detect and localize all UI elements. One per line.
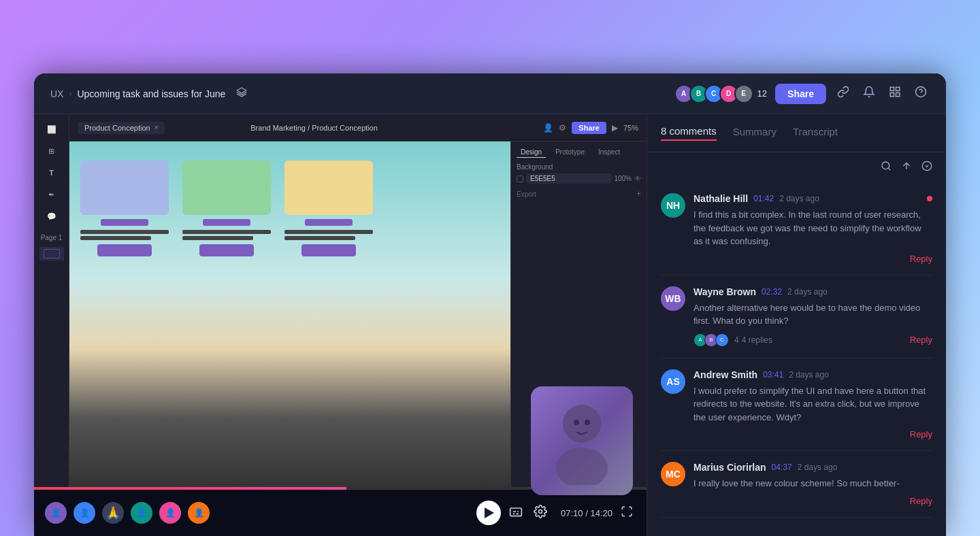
avatar-andrew: AS [661, 369, 685, 394]
card-line [182, 236, 253, 240]
svg-line-13 [888, 168, 890, 170]
comment-item-3: AS Andrew Smith 03:41 2 days ago I would… [661, 358, 932, 452]
card-line [284, 236, 355, 240]
figma-play-icon[interactable]: ▶ [612, 123, 618, 133]
card-line [284, 230, 373, 234]
participant-2: 👤 [74, 502, 95, 524]
participant-6: 👤 [188, 502, 210, 524]
link-icon[interactable] [834, 83, 852, 104]
avatar-5: E [734, 84, 753, 103]
figma-page-thumb [44, 249, 60, 258]
design-tab-prototype[interactable]: Prototype [551, 147, 589, 158]
breadcrumb-separator: › [69, 89, 71, 99]
canvas-card-1 [80, 161, 169, 256]
canvas-cards [80, 161, 500, 256]
card-btn-1 [97, 244, 152, 256]
design-section-background: Background [517, 163, 641, 171]
bell-icon[interactable] [860, 83, 878, 104]
reply-avatars-2: A B C [693, 333, 729, 347]
fullscreen-button[interactable] [618, 503, 636, 524]
comments-toolbar [647, 152, 946, 182]
captions-button[interactable] [506, 502, 525, 524]
reply-button-2[interactable]: Reply [910, 335, 932, 345]
comment-timestamp-4: 04:37 [772, 463, 792, 472]
svg-point-11 [539, 509, 542, 513]
reply-button-3[interactable]: Reply [910, 429, 932, 439]
figma-tool-comment[interactable]: 💬 [41, 207, 63, 226]
comment-timestamp-2: 02:32 [762, 287, 782, 297]
design-export-add[interactable]: + [636, 189, 641, 199]
comment-item-2: WB Wayne Brown 02:32 2 days ago Another … [661, 275, 932, 358]
figma-page-item[interactable] [39, 247, 64, 261]
search-icon[interactable] [881, 161, 892, 174]
figma-share-button[interactable]: Share [572, 122, 606, 134]
design-tab-design[interactable]: Design [517, 147, 546, 158]
design-bg-eye[interactable]: 👁 [634, 175, 641, 182]
avatar-nathalie: NH [661, 193, 685, 218]
participants-avatars: A B C D E 12 [674, 84, 767, 103]
settings-button[interactable] [531, 502, 550, 524]
tab-summary[interactable]: Summary [733, 126, 777, 140]
filter-icon[interactable] [921, 161, 932, 174]
help-icon[interactable] [912, 83, 930, 104]
svg-point-7 [556, 448, 608, 485]
reply-button-4[interactable]: Reply [910, 496, 932, 506]
figma-top-right: 👤 ⚙ Share ▶ 75% [543, 122, 638, 134]
design-tab-inspect[interactable]: Inspect [594, 147, 624, 158]
design-bg-row: E5E5E5 100% 👁 [517, 173, 641, 184]
play-icon [485, 507, 494, 518]
card-line [80, 230, 169, 234]
content-area: ⬜ ⊞ T ✒ 💬 Page 1 Product Conception [34, 114, 946, 536]
design-tabs: Design Prototype Inspect [517, 147, 641, 158]
reply-text-2[interactable]: 4 replies [742, 335, 772, 345]
design-bg-opacity: 100% [614, 175, 632, 182]
design-bg-color[interactable]: E5E5E5 [526, 173, 611, 184]
figma-tool-frame[interactable]: ⊞ [41, 141, 63, 161]
card-title-3 [305, 219, 353, 226]
card-rect-1 [80, 161, 169, 215]
svg-point-6 [563, 405, 601, 443]
time-display: 07:10 / 14:20 [561, 508, 612, 518]
svg-rect-0 [890, 87, 894, 90]
sort-icon[interactable] [901, 161, 912, 174]
tab-transcript[interactable]: Transcript [793, 126, 838, 140]
avatar-wayne: WB [661, 286, 685, 311]
svg-point-9 [585, 420, 590, 425]
reply-button-1[interactable]: Reply [910, 254, 932, 264]
breadcrumb-current: Upcoming task and issues for June [77, 88, 225, 99]
header-right: A B C D E 12 Share [674, 83, 930, 104]
card-btn-2 [199, 244, 254, 256]
reply-count-2: 4 [734, 335, 739, 345]
card-line [182, 230, 271, 234]
card-title-2 [203, 219, 250, 226]
comment-replies-2: A B C 4 4 replies [693, 333, 772, 347]
svg-rect-2 [890, 93, 894, 97]
tab-comments[interactable]: 8 comments [661, 125, 717, 141]
figma-tool-text[interactable]: T [41, 163, 63, 182]
comments-list: NH Nathalie Hill 01:42 2 days ago I find… [647, 182, 946, 536]
figma-tool-move[interactable]: ⬜ [41, 120, 63, 139]
svg-rect-10 [510, 508, 522, 516]
comment-header-2: Wayne Brown 02:32 2 days ago [693, 286, 932, 297]
canvas-card-3 [284, 161, 373, 256]
design-bg-checkbox[interactable] [517, 175, 523, 182]
card-title-1 [101, 219, 148, 226]
card-lines-3 [284, 230, 373, 240]
comment-author-1: Nathalie Hill [693, 193, 748, 204]
breadcrumb-prefix: UX [50, 88, 63, 99]
comment-ago-4: 2 days ago [798, 463, 838, 472]
comment-body-2: Wayne Brown 02:32 2 days ago Another alt… [693, 286, 932, 347]
participant-3: 🙏 [102, 502, 124, 524]
grid-icon[interactable] [886, 83, 904, 104]
time-total: 14:20 [590, 508, 612, 518]
figma-tab-close[interactable]: × [154, 124, 159, 131]
participant-5: 👤 [159, 502, 181, 524]
comment-item-1: NH Nathalie Hill 01:42 2 days ago I find… [661, 182, 932, 275]
play-button[interactable] [476, 501, 501, 525]
figma-tool-pen[interactable]: ✒ [41, 185, 63, 204]
comment-body-1: Nathalie Hill 01:42 2 days ago I find th… [693, 193, 932, 264]
comment-text-3: I would prefer to simplify the UI and ha… [693, 384, 932, 424]
figma-tab[interactable]: Product Conception × [78, 122, 165, 134]
share-button[interactable]: Share [775, 84, 826, 104]
figma-settings-icon[interactable]: ⚙ [559, 123, 566, 133]
